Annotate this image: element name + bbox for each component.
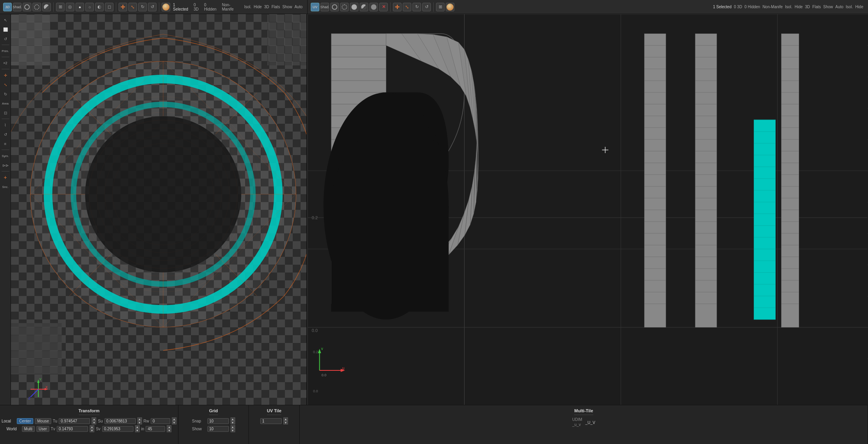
auto-btn-right[interactable]: Auto [836, 5, 844, 9]
su-up[interactable]: ▲ [137, 417, 142, 421]
nav-btn-6[interactable]: ◻ [105, 3, 113, 11]
uv-sphere-solid-btn[interactable] [350, 3, 358, 11]
svg-rect-29 [11, 323, 62, 374]
tv-down[interactable]: ▼ [90, 429, 94, 432]
toolbar-left: 3D Shad. ⊞ ◎ ● [0, 0, 307, 14]
shading-btn-right[interactable]: Shad. [321, 3, 329, 11]
shading-btn-left[interactable]: Shad. [13, 3, 22, 11]
display-3d-right[interactable]: 3D [805, 5, 810, 9]
sidebar-rot-icon[interactable]: ↻ [1, 90, 10, 98]
uv-sphere-wire-btn[interactable] [330, 3, 339, 11]
mouse-btn[interactable]: Mouse [35, 418, 51, 424]
uv-grid-btn[interactable]: ⊞ [436, 3, 445, 11]
nav-btn-3[interactable]: ● [76, 3, 84, 11]
selected-count-left: 1 Selected [173, 3, 191, 11]
tu-up[interactable]: ▲ [92, 417, 96, 421]
uv-sphere-orange-btn[interactable] [446, 3, 454, 11]
auto-btn-left[interactable]: Auto [294, 5, 303, 9]
su-down[interactable]: ▼ [137, 421, 142, 424]
show-grid-input[interactable] [207, 426, 229, 432]
sidebar-move-icon[interactable]: ✛ [1, 71, 10, 79]
sidebar-flat-icon[interactable]: ≡ [1, 139, 10, 148]
sidebar-primitives-icon[interactable]: Prim. [1, 47, 10, 55]
in-down[interactable]: ▼ [167, 429, 171, 432]
uv-sphere-x-btn[interactable]: ✕ [379, 3, 388, 11]
tv-input[interactable] [57, 426, 88, 432]
uvtile-input[interactable] [260, 418, 282, 424]
isol-btn-right[interactable]: Isol. [785, 5, 792, 9]
hide2-btn-right[interactable]: Hide [855, 5, 863, 9]
tu-input[interactable] [59, 418, 90, 424]
user-btn[interactable]: User [36, 426, 49, 432]
multi-btn[interactable]: Multi [22, 426, 35, 432]
sidebar-loop-icon[interactable]: ↺ [1, 34, 10, 43]
uv-sphere-mat-btn[interactable] [369, 3, 378, 11]
nav-btn-5[interactable]: ◐ [95, 3, 104, 11]
show-btn-right[interactable]: Show [823, 5, 833, 9]
show-up[interactable]: ▲ [231, 425, 235, 429]
light-btn[interactable] [162, 3, 170, 11]
display-3d-left[interactable]: 3D [264, 5, 269, 9]
uv-content[interactable]: 0.2 0.0 v u 0.0 [307, 14, 868, 405]
top-toolbar: 3D Shad. ⊞ ◎ ● [0, 0, 868, 14]
sphere-half-btn[interactable] [42, 3, 51, 11]
viewport-3d[interactable]: Y X Z [11, 14, 306, 405]
hide-btn-right[interactable]: Hide [794, 5, 803, 9]
sidebar-scale-icon[interactable]: ⤡ [1, 80, 10, 89]
sidebar-step-icon[interactable]: ⊳⊳ [1, 161, 10, 170]
tu-down[interactable]: ▼ [92, 421, 96, 424]
sv-down[interactable]: ▼ [135, 429, 140, 432]
sidebar-sym-icon[interactable]: Sym. [1, 152, 10, 160]
show-down[interactable]: ▼ [231, 429, 235, 432]
rot-btn-2[interactable]: ↺ [148, 3, 157, 11]
su-label: Su [98, 419, 103, 423]
isol2-btn-right[interactable]: Isol. [846, 5, 853, 9]
sidebar-x2-icon[interactable]: ×2 [1, 59, 10, 67]
flats-btn-right[interactable]: Flats [812, 5, 821, 9]
in-up[interactable]: ▲ [167, 425, 171, 429]
snap-up[interactable]: ▲ [231, 417, 235, 421]
rw-up[interactable]: ▲ [172, 417, 176, 421]
sidebar-select-icon[interactable]: ↖ [1, 16, 10, 24]
uv-sphere-dot-btn[interactable] [340, 3, 349, 11]
uv-scale-btn[interactable]: ⤡ [403, 3, 411, 11]
sv-up[interactable]: ▲ [135, 425, 140, 429]
nav-btn-1[interactable]: ⊞ [56, 3, 65, 11]
rw-down[interactable]: ▼ [172, 421, 176, 424]
tv-up[interactable]: ▲ [90, 425, 94, 429]
snap-input[interactable] [207, 418, 229, 424]
in-input[interactable] [146, 426, 165, 432]
show-btn-left[interactable]: Show [282, 5, 292, 9]
mode-uv-btn[interactable]: UV [311, 3, 319, 11]
sidebar-add-icon[interactable]: Snc. [1, 182, 10, 191]
nav-btn-4[interactable]: ○ [85, 3, 94, 11]
move-btn[interactable]: ✛ [119, 3, 127, 11]
snap-down[interactable]: ▼ [231, 421, 235, 424]
sidebar-edge-icon[interactable]: ⌇ [1, 121, 10, 129]
flats-btn-left[interactable]: Flats [272, 5, 280, 9]
sidebar-box-icon[interactable]: ⬜ [1, 25, 10, 34]
uv-rot2-btn[interactable]: ↺ [422, 3, 431, 11]
sphere-wire-btn[interactable] [23, 3, 31, 11]
rw-input[interactable] [151, 418, 170, 424]
hide-btn-left[interactable]: Hide [254, 5, 262, 9]
scale-btn[interactable]: ⤡ [128, 3, 137, 11]
sidebar-sel2-icon[interactable]: ⊡ [1, 108, 10, 117]
sidebar-area-icon[interactable]: Area [1, 99, 10, 108]
sphere-dotted-btn[interactable] [32, 3, 41, 11]
center-btn[interactable]: Center [17, 418, 33, 424]
uv-move-btn[interactable]: ✛ [393, 3, 402, 11]
sidebar-plus-icon[interactable]: + [1, 173, 10, 182]
uvtile-up[interactable]: ▲ [283, 417, 288, 421]
uvtile-down[interactable]: ▼ [283, 421, 288, 424]
su-input[interactable] [104, 418, 136, 424]
sidebar-loop2-icon[interactable]: ↺ [1, 130, 10, 139]
sv-input[interactable] [102, 426, 133, 432]
svg-text:v: v [321, 347, 323, 351]
rotate-btn[interactable]: ↻ [138, 3, 147, 11]
isol-btn-left[interactable]: Isol. [244, 5, 251, 9]
uv-rot-btn[interactable]: ↻ [412, 3, 421, 11]
mode-3d-btn[interactable]: 3D [3, 3, 12, 11]
uv-sphere-half-btn[interactable] [360, 3, 368, 11]
nav-btn-2[interactable]: ◎ [66, 3, 74, 11]
